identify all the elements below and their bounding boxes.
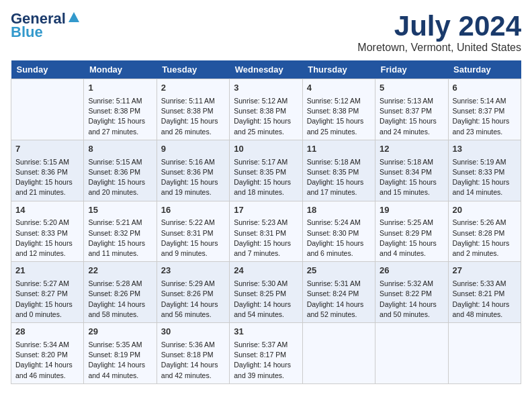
calendar-cell: 2Sunrise: 5:11 AM Sunset: 8:38 PM Daylig… [157, 79, 229, 140]
day-header-friday: Friday [375, 60, 448, 79]
calendar-cell [302, 323, 375, 384]
cell-content: Sunrise: 5:36 AM Sunset: 8:18 PM Dayligh… [161, 340, 225, 381]
cell-content: Sunrise: 5:18 AM Sunset: 8:34 PM Dayligh… [380, 157, 443, 198]
day-number: 25 [307, 265, 371, 277]
day-header-sunday: Sunday [11, 60, 84, 79]
cell-content: Sunrise: 5:35 AM Sunset: 8:19 PM Dayligh… [88, 340, 152, 381]
cell-content: Sunrise: 5:23 AM Sunset: 8:31 PM Dayligh… [234, 218, 298, 259]
day-header-wednesday: Wednesday [230, 60, 302, 79]
cell-content: Sunrise: 5:34 AM Sunset: 8:20 PM Dayligh… [15, 340, 79, 381]
day-number: 20 [453, 204, 517, 217]
day-number: 18 [307, 204, 371, 217]
calendar-cell: 8Sunrise: 5:15 AM Sunset: 8:36 PM Daylig… [84, 140, 157, 201]
calendar-cell: 28Sunrise: 5:34 AM Sunset: 8:20 PM Dayli… [11, 323, 84, 384]
day-number: 16 [161, 204, 225, 217]
cell-content: Sunrise: 5:16 AM Sunset: 8:36 PM Dayligh… [161, 157, 225, 198]
calendar-cell: 19Sunrise: 5:25 AM Sunset: 8:29 PM Dayli… [375, 201, 448, 262]
calendar-cell: 22Sunrise: 5:28 AM Sunset: 8:26 PM Dayli… [84, 262, 157, 323]
calendar-cell: 18Sunrise: 5:24 AM Sunset: 8:30 PM Dayli… [302, 201, 375, 262]
calendar-cell [448, 323, 521, 384]
day-number: 24 [234, 265, 298, 277]
calendar-cell: 15Sunrise: 5:21 AM Sunset: 8:32 PM Dayli… [84, 201, 157, 262]
day-number: 10 [234, 143, 298, 156]
calendar-cell: 6Sunrise: 5:14 AM Sunset: 8:37 PM Daylig… [448, 79, 521, 140]
day-number: 6 [453, 82, 517, 95]
day-number: 3 [234, 82, 298, 95]
cell-content: Sunrise: 5:11 AM Sunset: 8:38 PM Dayligh… [161, 96, 225, 137]
cell-content: Sunrise: 5:28 AM Sunset: 8:26 PM Dayligh… [88, 279, 152, 320]
calendar-cell: 7Sunrise: 5:15 AM Sunset: 8:36 PM Daylig… [11, 140, 84, 201]
calendar-week-row: 14Sunrise: 5:20 AM Sunset: 8:33 PM Dayli… [11, 201, 521, 262]
cell-content: Sunrise: 5:12 AM Sunset: 8:38 PM Dayligh… [307, 96, 371, 137]
header: General Blue July 2024 Moretown, Vermont… [11, 11, 521, 54]
day-header-thursday: Thursday [302, 60, 375, 79]
day-number: 29 [88, 326, 152, 338]
calendar-cell: 20Sunrise: 5:26 AM Sunset: 8:28 PM Dayli… [448, 201, 521, 262]
calendar-cell: 30Sunrise: 5:36 AM Sunset: 8:18 PM Dayli… [157, 323, 229, 384]
calendar-cell: 12Sunrise: 5:18 AM Sunset: 8:34 PM Dayli… [375, 140, 448, 201]
day-number: 21 [15, 265, 79, 277]
calendar-cell [11, 79, 84, 140]
title-area: July 2024 Moretown, Vermont, United Stat… [357, 11, 521, 54]
logo-triangle-icon [68, 11, 80, 24]
logo: General Blue [11, 11, 80, 40]
day-header-saturday: Saturday [448, 60, 521, 79]
cell-content: Sunrise: 5:20 AM Sunset: 8:33 PM Dayligh… [15, 218, 79, 259]
cell-content: Sunrise: 5:26 AM Sunset: 8:28 PM Dayligh… [453, 218, 517, 259]
day-number: 1 [88, 82, 152, 95]
cell-content: Sunrise: 5:13 AM Sunset: 8:37 PM Dayligh… [380, 96, 443, 137]
cell-content: Sunrise: 5:17 AM Sunset: 8:35 PM Dayligh… [234, 157, 298, 198]
cell-content: Sunrise: 5:21 AM Sunset: 8:32 PM Dayligh… [88, 218, 152, 259]
calendar-cell: 5Sunrise: 5:13 AM Sunset: 8:37 PM Daylig… [375, 79, 448, 140]
calendar-cell: 24Sunrise: 5:30 AM Sunset: 8:25 PM Dayli… [230, 262, 302, 323]
day-number: 11 [307, 143, 371, 156]
calendar-cell: 1Sunrise: 5:11 AM Sunset: 8:38 PM Daylig… [84, 79, 157, 140]
calendar-cell: 17Sunrise: 5:23 AM Sunset: 8:31 PM Dayli… [230, 201, 302, 262]
calendar-cell: 27Sunrise: 5:33 AM Sunset: 8:21 PM Dayli… [448, 262, 521, 323]
calendar-week-row: 21Sunrise: 5:27 AM Sunset: 8:27 PM Dayli… [11, 262, 521, 323]
day-number: 23 [161, 265, 225, 277]
day-number: 27 [453, 265, 517, 277]
day-number: 28 [15, 326, 79, 338]
day-number: 26 [380, 265, 443, 277]
calendar-cell: 26Sunrise: 5:32 AM Sunset: 8:22 PM Dayli… [375, 262, 448, 323]
calendar-cell: 13Sunrise: 5:19 AM Sunset: 8:33 PM Dayli… [448, 140, 521, 201]
calendar-cell: 29Sunrise: 5:35 AM Sunset: 8:19 PM Dayli… [84, 323, 157, 384]
cell-content: Sunrise: 5:29 AM Sunset: 8:26 PM Dayligh… [161, 279, 225, 320]
day-number: 8 [88, 143, 152, 156]
cell-content: Sunrise: 5:19 AM Sunset: 8:33 PM Dayligh… [453, 157, 517, 198]
cell-content: Sunrise: 5:24 AM Sunset: 8:30 PM Dayligh… [307, 218, 371, 259]
day-number: 17 [234, 204, 298, 217]
cell-content: Sunrise: 5:31 AM Sunset: 8:24 PM Dayligh… [307, 279, 371, 320]
day-number: 5 [380, 82, 443, 95]
day-number: 31 [234, 326, 298, 338]
day-header-monday: Monday [84, 60, 157, 79]
calendar-week-row: 28Sunrise: 5:34 AM Sunset: 8:20 PM Dayli… [11, 323, 521, 384]
day-header-tuesday: Tuesday [157, 60, 229, 79]
calendar-cell: 25Sunrise: 5:31 AM Sunset: 8:24 PM Dayli… [302, 262, 375, 323]
logo-text-blue: Blue [11, 24, 43, 40]
calendar-week-row: 1Sunrise: 5:11 AM Sunset: 8:38 PM Daylig… [11, 79, 521, 140]
day-number: 14 [15, 204, 79, 217]
cell-content: Sunrise: 5:25 AM Sunset: 8:29 PM Dayligh… [380, 218, 443, 259]
day-number: 22 [88, 265, 152, 277]
calendar-cell: 3Sunrise: 5:12 AM Sunset: 8:38 PM Daylig… [230, 79, 302, 140]
cell-content: Sunrise: 5:22 AM Sunset: 8:31 PM Dayligh… [161, 218, 225, 259]
calendar-cell: 11Sunrise: 5:18 AM Sunset: 8:35 PM Dayli… [302, 140, 375, 201]
calendar-cell: 21Sunrise: 5:27 AM Sunset: 8:27 PM Dayli… [11, 262, 84, 323]
calendar-table: SundayMondayTuesdayWednesdayThursdayFrid… [11, 60, 521, 384]
day-number: 19 [380, 204, 443, 217]
cell-content: Sunrise: 5:37 AM Sunset: 8:17 PM Dayligh… [234, 340, 298, 381]
calendar-cell: 14Sunrise: 5:20 AM Sunset: 8:33 PM Dayli… [11, 201, 84, 262]
cell-content: Sunrise: 5:12 AM Sunset: 8:38 PM Dayligh… [234, 96, 298, 137]
cell-content: Sunrise: 5:11 AM Sunset: 8:38 PM Dayligh… [88, 96, 152, 137]
calendar-cell [375, 323, 448, 384]
calendar-cell: 9Sunrise: 5:16 AM Sunset: 8:36 PM Daylig… [157, 140, 229, 201]
day-number: 30 [161, 326, 225, 338]
cell-content: Sunrise: 5:14 AM Sunset: 8:37 PM Dayligh… [453, 96, 517, 137]
day-number: 4 [307, 82, 371, 95]
day-number: 2 [161, 82, 225, 95]
cell-content: Sunrise: 5:27 AM Sunset: 8:27 PM Dayligh… [15, 279, 79, 320]
day-number: 13 [453, 143, 517, 156]
day-number: 7 [15, 143, 79, 156]
